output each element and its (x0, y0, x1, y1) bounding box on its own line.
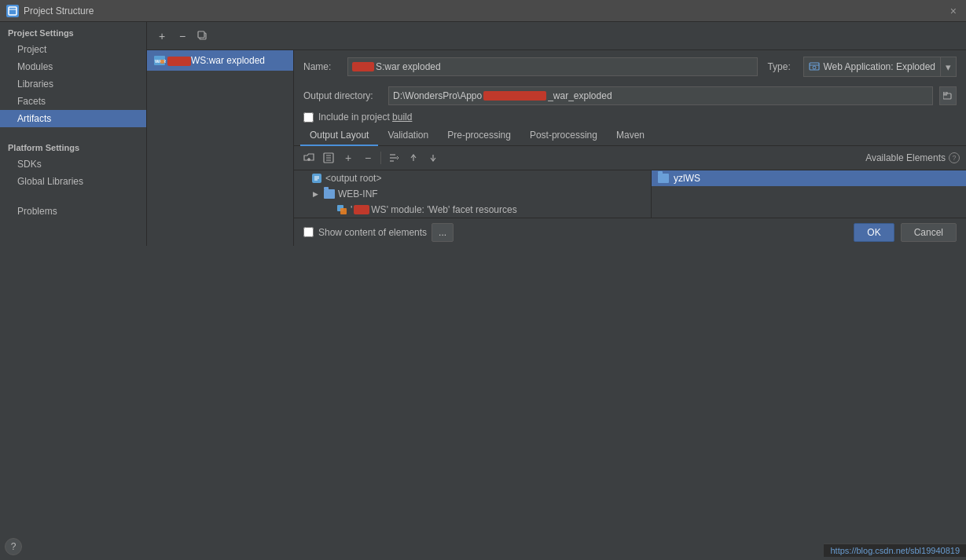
project-settings-header: Project Settings (0, 22, 146, 41)
available-help-icon[interactable]: ? (949, 152, 960, 163)
tree-panel: <output root> ▶ WEB-INF (294, 170, 652, 218)
sidebar: Project Settings Project Modules Librari… (0, 22, 147, 246)
bottom-bar: Show content of elements ... OK Cancel (294, 218, 966, 246)
down-icon (429, 153, 437, 163)
url-overlay: https://blog.csdn.net/sbl19940819 (824, 544, 966, 557)
layout-content: <output root> ▶ WEB-INF (294, 170, 966, 218)
output-dir-input[interactable] (388, 86, 933, 105)
title-bar: Project Structure × (0, 0, 966, 22)
app-icon (6, 5, 19, 17)
web-inf-folder-icon (324, 189, 335, 199)
name-label: Name: (303, 61, 343, 72)
svg-rect-3 (198, 31, 204, 38)
include-build-row: Include in project build (294, 108, 966, 126)
cancel-button[interactable]: Cancel (901, 223, 957, 242)
remove-artifact-button[interactable]: − (174, 27, 191, 45)
svg-rect-28 (340, 208, 347, 214)
add-artifact-button[interactable]: + (153, 27, 171, 45)
tree-icon (323, 152, 334, 163)
browse-icon (943, 92, 953, 100)
tree-item-output-root[interactable]: <output root> (294, 170, 651, 186)
sidebar-item-global-libraries[interactable]: Global Libraries (0, 173, 146, 190)
module-web-label: 'WS' module: 'Web' facet resources (351, 204, 517, 215)
show-content-browse-button[interactable]: ... (432, 223, 454, 242)
available-elements-label: Available Elements ? (865, 152, 960, 163)
sidebar-item-artifacts[interactable]: Artifacts (0, 110, 146, 127)
available-panel: yzlWS (652, 170, 966, 218)
include-build-checkbox[interactable] (303, 112, 314, 123)
show-content-row: Show content of elements ... (303, 223, 454, 242)
tab-validation[interactable]: Validation (378, 126, 438, 146)
include-build-label[interactable]: Include in project build (318, 112, 412, 123)
sidebar-item-sdks[interactable]: SDKs (0, 156, 146, 173)
platform-settings-header: Platform Settings (0, 137, 146, 156)
browse-button[interactable] (939, 86, 957, 105)
layout-tree-button[interactable] (320, 149, 337, 167)
show-content-label[interactable]: Show content of elements (318, 227, 427, 238)
type-value: Web Application: Exploded (823, 61, 935, 72)
detail-panel: Name: S:war exploded Type: (294, 50, 966, 246)
main-content: Project Settings Project Modules Librari… (0, 22, 966, 246)
content-area: WAR WS:war exploded (147, 50, 966, 246)
yzlws-folder-icon (658, 174, 669, 183)
sidebar-item-libraries[interactable]: Libraries (0, 75, 146, 93)
copy-artifact-button[interactable] (194, 27, 211, 45)
help-button[interactable]: ? (5, 538, 22, 555)
bottom-buttons: OK Cancel (854, 223, 957, 242)
tree-item-web-inf[interactable]: ▶ WEB-INF (294, 186, 651, 202)
svg-rect-6 (160, 60, 164, 64)
output-root-icon (311, 173, 322, 184)
layout-down-button[interactable] (424, 149, 442, 167)
window-title: Project Structure (24, 5, 94, 16)
output-root-label: <output root> (325, 173, 381, 184)
yzlws-label: yzlWS (674, 173, 700, 184)
close-button[interactable]: × (947, 3, 960, 19)
sidebar-item-facets[interactable]: Facets (0, 93, 146, 110)
svg-rect-0 (9, 7, 17, 15)
up-icon (410, 153, 417, 163)
layout-toolbar: + − (294, 146, 966, 170)
tree-arrow-web-inf: ▶ (313, 190, 321, 198)
tab-post-processing[interactable]: Post-processing (520, 126, 607, 146)
ok-button[interactable]: OK (854, 223, 894, 242)
tree-item-module-web[interactable]: 'WS' module: 'Web' facet resources (294, 202, 651, 218)
svg-point-9 (813, 66, 816, 69)
tab-maven[interactable]: Maven (607, 126, 654, 146)
type-label: Type: (767, 61, 799, 72)
layout-separator (380, 152, 381, 164)
layout-up-button[interactable] (405, 149, 422, 167)
output-dir-label: Output directory: (303, 90, 382, 101)
tab-output-layout[interactable]: Output Layout (300, 126, 378, 146)
war-icon: WAR (153, 54, 166, 67)
layout-remove-button[interactable]: − (359, 149, 376, 167)
layout-folder-button[interactable] (300, 149, 318, 167)
show-content-checkbox[interactable] (303, 227, 314, 237)
tab-pre-processing[interactable]: Pre-processing (438, 126, 520, 146)
artifact-list: WAR WS:war exploded (147, 50, 294, 246)
sidebar-item-modules[interactable]: Modules (0, 58, 146, 75)
folder-add-icon (303, 153, 314, 163)
module-facet-icon (336, 204, 347, 215)
type-dropdown-button[interactable]: ▾ (940, 57, 956, 76)
sidebar-item-project[interactable]: Project (0, 41, 146, 58)
sidebar-item-problems[interactable]: Problems (0, 203, 146, 220)
top-toolbar: + − (147, 22, 966, 50)
tabs-bar: Output Layout Validation Pre-processing … (294, 126, 966, 146)
name-input[interactable] (347, 57, 758, 76)
sort-icon (388, 152, 399, 163)
available-item-yzlws[interactable]: yzlWS (652, 170, 966, 186)
web-inf-label: WEB-INF (338, 188, 378, 199)
layout-sort-button[interactable] (385, 149, 402, 167)
layout-add-button[interactable]: + (340, 149, 357, 167)
output-row: Output directory: D:\WondersPro\Appo_war… (294, 83, 966, 108)
type-icon (809, 61, 820, 72)
artifact-item-war-exploded[interactable]: WAR WS:war exploded (147, 50, 293, 71)
